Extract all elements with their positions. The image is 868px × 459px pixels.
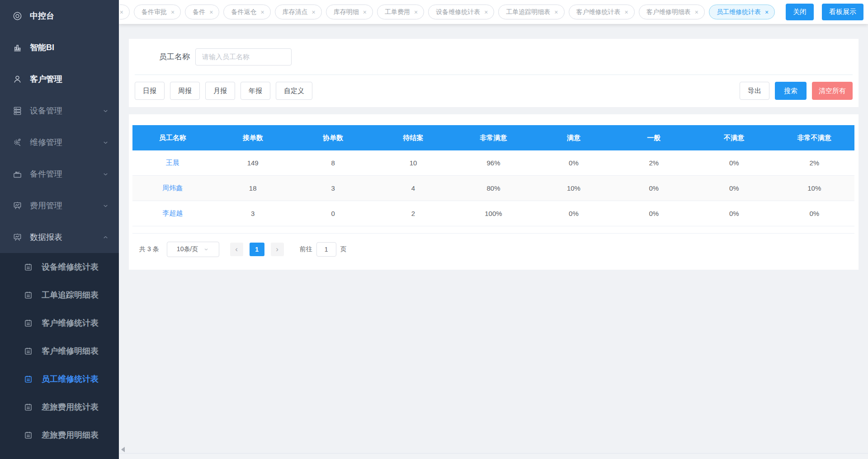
page-size-value: 10条/页 [177, 245, 198, 253]
goto-page-group: 前往 页 [300, 242, 347, 257]
sidebar-subitem-travel-expense-detail[interactable]: 差旅费用明细表 [0, 421, 119, 449]
sidebar-subitem-customer-repair-detail[interactable]: 客户维修明细表 [0, 337, 119, 365]
table-row: 周炜鑫 18 3 4 80% 10% 0% 0% 10% [132, 176, 854, 201]
tab-customer-repair-detail[interactable]: 客户维修明细表 × [639, 5, 705, 19]
tab-bar-actions: 关闭 看板展示 [786, 4, 863, 20]
employee-name-link[interactable]: 周炜鑫 [132, 184, 212, 192]
sidebar-subitem-travel-expense-stats[interactable]: 差旅费用统计表 [0, 393, 119, 421]
main-content: 员工名称 日报 周报 月报 年报 自定义 导出 搜索 清空所有 员工名称 接单数… [129, 39, 859, 270]
chevron-up-icon [102, 234, 109, 241]
tab-bar: × 备件审批 × 备件 × 备件返仓 × 库存清点 × 库存明细 × 工单费用 … [119, 0, 868, 24]
table-cell: 2% [774, 159, 854, 167]
sidebar-item-label: 中控台 [30, 10, 54, 21]
table-cell: 10 [373, 159, 453, 167]
sidebar-subitem-device-repair-stats[interactable]: 设备维修统计表 [0, 253, 119, 281]
table-cell: 3 [212, 210, 292, 217]
table-cell: 0% [694, 210, 774, 217]
table-cell: 96% [453, 159, 533, 167]
sidebar-item-label: 维修管理 [30, 137, 62, 148]
horizontal-scrollbar-track[interactable] [119, 453, 868, 459]
table-cell: 10% [774, 184, 854, 192]
page-number-button[interactable]: 1 [250, 243, 264, 256]
sidebar-subitem-employee-repair-stats[interactable]: 员工维修统计表 [0, 365, 119, 393]
tab-stock-count[interactable]: 库存清点 × [275, 5, 322, 19]
sidebar-subitem-label: 设备维修统计表 [42, 262, 99, 272]
table-cell: 100% [453, 210, 533, 217]
tab-customer-repair-stats[interactable]: 客户维修统计表 × [569, 5, 635, 19]
close-icon[interactable]: × [695, 9, 698, 15]
table-cell: 18 [212, 184, 292, 192]
sidebar-item-devices[interactable]: 设备管理 [0, 95, 119, 126]
report-sheet-icon [24, 431, 33, 440]
tab-stock-detail[interactable]: 库存明细 × [326, 5, 373, 19]
weekly-report-button[interactable]: 周报 [170, 82, 200, 100]
table-cell: 0 [293, 210, 373, 217]
tab-spare-approval[interactable]: 备件审批 × [134, 5, 181, 19]
close-icon[interactable]: × [260, 9, 264, 15]
tab-workorder-tracking[interactable]: 工单追踪明细表 × [498, 5, 564, 19]
close-icon[interactable]: × [120, 9, 123, 15]
table-cell: 0% [533, 159, 613, 167]
next-page-button[interactable]: › [271, 243, 284, 256]
goto-page-input[interactable] [316, 242, 336, 257]
sidebar-item-console[interactable]: 中控台 [0, 0, 119, 32]
monthly-report-button[interactable]: 月报 [205, 82, 235, 100]
table-bottom-border [132, 226, 854, 234]
tab-spare-parts[interactable]: 备件 × [185, 5, 219, 19]
sidebar-item-bi[interactable]: 智能BI [0, 32, 119, 63]
export-button[interactable]: 导出 [740, 82, 769, 100]
scroll-left-arrow-icon[interactable] [121, 447, 125, 452]
clear-all-button[interactable]: 清空所有 [812, 82, 853, 100]
tab-employee-repair-stats[interactable]: 员工维修统计表 × [709, 5, 775, 19]
column-header: 不满意 [694, 134, 774, 142]
close-icon[interactable]: × [363, 9, 367, 15]
close-icon[interactable]: × [554, 9, 558, 15]
tab-clipped[interactable]: × [120, 5, 130, 19]
sidebar-item-label: 费用管理 [30, 200, 62, 211]
close-icon[interactable]: × [625, 9, 628, 15]
employee-name-link[interactable]: 王晨 [132, 159, 212, 167]
sidebar-subitem-customer-repair-stats[interactable]: 客户维修统计表 [0, 309, 119, 337]
close-icon[interactable]: × [484, 9, 488, 15]
page-size-select[interactable]: 10条/页 [167, 242, 219, 257]
sidebar-subitem-label: 客户维修统计表 [42, 318, 99, 328]
close-icon[interactable]: × [765, 9, 769, 15]
tab-label: 客户维修明细表 [646, 8, 691, 16]
dashboard-display-button[interactable]: 看板展示 [822, 4, 863, 20]
column-header: 员工名称 [132, 134, 212, 142]
prev-page-button[interactable]: ‹ [230, 243, 243, 256]
customer-icon [12, 74, 23, 84]
tab-spare-return[interactable]: 备件返仓 × [223, 5, 270, 19]
sidebar-item-reports[interactable]: 数据报表 [0, 221, 119, 253]
reports-submenu: 设备维修统计表 工单追踪明细表 客户维修统计表 客户维修明细表 员工维修统计表 [0, 253, 119, 459]
close-icon[interactable]: × [312, 9, 316, 15]
report-sheet-icon [24, 290, 33, 300]
sidebar-subitem-workorder-tracking[interactable]: 工单追踪明细表 [0, 281, 119, 309]
sidebar-item-expenses[interactable]: 费用管理 [0, 190, 119, 221]
close-tabs-button[interactable]: 关闭 [786, 4, 814, 20]
table-row: 王晨 149 8 10 96% 0% 2% 0% 2% [132, 150, 854, 176]
column-header: 一般 [614, 134, 694, 142]
sidebar-item-label: 数据报表 [30, 232, 62, 243]
close-icon[interactable]: × [414, 9, 418, 15]
search-button[interactable]: 搜索 [775, 82, 807, 100]
table-cell: 2% [614, 159, 694, 167]
employee-name-input[interactable] [195, 48, 292, 66]
table-cell: 149 [212, 159, 292, 167]
custom-report-button[interactable]: 自定义 [276, 82, 312, 100]
goto-label: 前往 [300, 245, 312, 253]
employee-name-link[interactable]: 李超越 [132, 209, 212, 218]
sidebar-item-label: 客户管理 [30, 74, 62, 84]
sidebar-item-customers[interactable]: 客户管理 [0, 63, 119, 95]
table-cell: 4 [373, 184, 453, 192]
sidebar-item-repairs[interactable]: 维修管理 [0, 126, 119, 158]
column-header: 待结案 [373, 134, 453, 142]
daily-report-button[interactable]: 日报 [135, 82, 165, 100]
close-icon[interactable]: × [171, 9, 175, 15]
close-icon[interactable]: × [209, 9, 213, 15]
sidebar-item-spare-parts[interactable]: 备件管理 [0, 158, 119, 190]
tab-workorder-cost[interactable]: 工单费用 × [377, 5, 424, 19]
yearly-report-button[interactable]: 年报 [241, 82, 270, 100]
sidebar-item-label: 设备管理 [30, 105, 62, 116]
tab-device-repair-stats[interactable]: 设备维修统计表 × [428, 5, 494, 19]
